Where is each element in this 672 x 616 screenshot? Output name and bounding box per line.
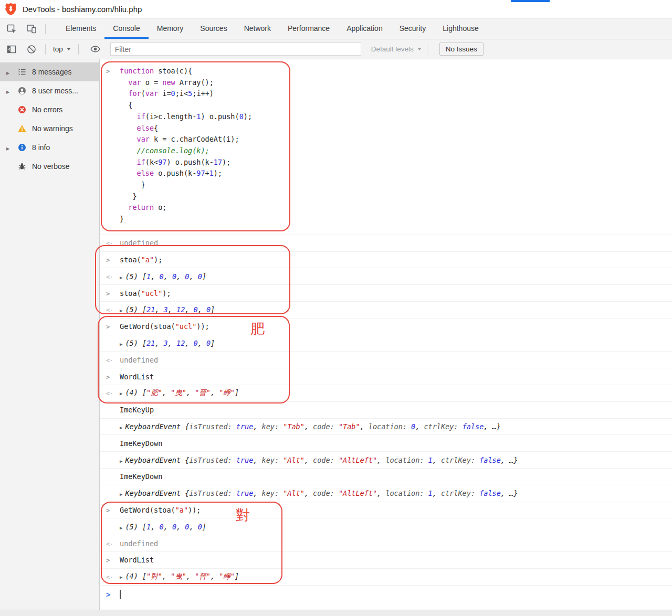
inspect-element-button[interactable] — [3, 19, 20, 39]
console-entry-text: ImeKeyUp — [120, 406, 154, 414]
code-line: for(var i=0;i<5;i++) — [120, 88, 672, 100]
code-line: if(k<97) o.push(k-17); — [120, 157, 672, 168]
console-entry-text: (5) [1, 0, 0, 0, 0] — [120, 272, 206, 281]
console-toolbar: top Default levels No Issues — [0, 39, 672, 59]
console-entry-text: GetWord(stoa("ucl")); — [120, 322, 209, 331]
log-levels-label: Default levels — [371, 45, 414, 53]
expand-triangle-icon[interactable] — [120, 572, 122, 580]
console-rows: function stoa(c){ var o = new Array(); f… — [100, 59, 672, 603]
title-bar: DevTools - boshiamy.com/hliu.php — [0, 0, 672, 19]
window-title: DevTools - boshiamy.com/hliu.php — [23, 5, 142, 14]
console-entry-text: WordList — [120, 373, 154, 381]
console-entry-text: (4) ["對", "曳", "晉", "崢"] — [120, 572, 239, 581]
console-entry-log: ImeKeyUp — [100, 402, 672, 419]
sidebar-item-8-user-mess-[interactable]: 8 user mess... — [0, 81, 99, 100]
sidebar-item-no-errors[interactable]: No errors — [0, 100, 99, 119]
sidebar-item-no-verbose[interactable]: No verbose — [0, 157, 99, 176]
sidebar-item-no-warnings[interactable]: No warnings — [0, 119, 99, 138]
code-line: } — [120, 179, 672, 191]
input-chevron-icon — [106, 556, 110, 564]
toolbar-separator — [78, 44, 79, 55]
console-entry-result: (4) ["對", "曳", "晉", "崢"] — [100, 569, 672, 586]
log-levels-selector[interactable]: Default levels — [371, 45, 422, 53]
clear-console-button[interactable] — [23, 44, 40, 55]
code-line: else o.push(k-97+1); — [120, 168, 672, 179]
return-value-icon — [106, 539, 112, 548]
expand-triangle-icon[interactable] — [6, 68, 15, 76]
context-selector-label: top — [53, 45, 63, 53]
tab-memory[interactable]: Memory — [149, 19, 192, 39]
console-entry-log: ImeKeyDown — [100, 435, 672, 452]
return-value-icon — [106, 389, 112, 397]
tab-performance[interactable]: Performance — [279, 19, 338, 39]
console-entry-text: WordList — [120, 556, 154, 564]
expand-triangle-icon[interactable] — [6, 87, 15, 95]
console-entry-text: KeyboardEvent {isTrusted: true, key: "Ta… — [120, 422, 501, 431]
filter-input[interactable] — [110, 43, 361, 56]
console-entry-log: KeyboardEvent {isTrusted: true, key: "Ta… — [100, 419, 672, 436]
inspect-cursor-icon — [6, 24, 17, 34]
tab-console[interactable]: Console — [104, 19, 148, 39]
no-issues-button[interactable]: No Issues — [439, 43, 484, 56]
expand-triangle-icon[interactable] — [120, 272, 122, 281]
tab-security[interactable]: Security — [391, 19, 435, 39]
code-line: else{ — [120, 123, 672, 134]
eye-icon — [90, 44, 101, 55]
console-entry-input: GetWord(stoa("a")); — [100, 502, 672, 519]
expand-triangle-icon[interactable] — [120, 339, 122, 347]
sidebar-item-label: 8 info — [32, 143, 50, 152]
prompt-chevron-icon — [106, 590, 110, 599]
chevron-down-icon — [67, 48, 71, 50]
code-line: function stoa(c){ — [120, 66, 672, 77]
expand-triangle-icon[interactable] — [120, 489, 122, 497]
code-line: } — [120, 191, 672, 203]
panel-tab-bar: ElementsConsoleMemorySourcesNetworkPerfo… — [0, 19, 672, 39]
console-sidebar-toggle-button[interactable] — [3, 44, 20, 55]
expand-triangle-icon[interactable] — [120, 456, 122, 464]
console-entry-text: stoa("a"); — [120, 256, 162, 264]
expand-triangle-icon[interactable] — [120, 305, 122, 314]
console-entry-text: KeyboardEvent {isTrusted: true, key: "Al… — [120, 489, 518, 497]
device-toolbar-icon — [26, 24, 37, 34]
console-entry-result: undefined — [100, 235, 672, 252]
drawer-strip — [0, 610, 672, 616]
code-line: var k = c.charCodeAt(i); — [120, 134, 672, 145]
return-value-icon — [106, 572, 112, 581]
expand-triangle-icon[interactable] — [120, 422, 122, 431]
expand-triangle-icon[interactable] — [6, 143, 15, 152]
expand-triangle-icon[interactable] — [120, 523, 122, 531]
clear-console-icon — [26, 44, 37, 55]
console-entry-code: function stoa(c){ var o = new Array(); f… — [100, 59, 672, 235]
sidebar-item-8-messages[interactable]: 8 messages — [0, 62, 99, 81]
tab-sources[interactable]: Sources — [192, 19, 235, 39]
code-line: { — [120, 100, 672, 111]
toolbar-separator — [45, 44, 46, 55]
input-chevron-icon — [106, 373, 110, 381]
console-entry-result: (5) [21, 3, 12, 0, 0] — [100, 302, 672, 318]
tab-elements[interactable]: Elements — [57, 19, 104, 39]
error-icon — [18, 105, 27, 114]
tab-lighthouse[interactable]: Lighthouse — [434, 19, 487, 39]
expand-triangle-icon[interactable] — [120, 388, 122, 397]
console-entry-log: ImeKeyDown — [100, 469, 672, 485]
tab-network[interactable]: Network — [236, 19, 279, 39]
console-messages: function stoa(c){ var o = new Array(); f… — [100, 59, 672, 610]
console-entry-log: KeyboardEvent {isTrusted: true, key: "Al… — [100, 485, 672, 502]
live-expression-button[interactable] — [87, 44, 104, 55]
brave-icon — [5, 3, 17, 16]
device-toolbar-button[interactable] — [23, 19, 40, 39]
bug-icon — [18, 162, 27, 171]
console-main: 8 messages8 user mess...No errorsNo warn… — [0, 59, 672, 610]
input-chevron-icon — [106, 289, 110, 298]
console-sidebar: 8 messages8 user mess...No errorsNo warn… — [0, 59, 100, 610]
tab-application[interactable]: Application — [338, 19, 391, 39]
console-entry-result: undefined — [100, 352, 672, 368]
sidebar-item-8-info[interactable]: 8 info — [0, 138, 99, 157]
console-entry-input: stoa("ucl"); — [100, 285, 672, 302]
input-chevron-icon — [106, 256, 110, 264]
console-entry-text: KeyboardEvent {isTrusted: true, key: "Al… — [120, 456, 518, 464]
chevron-down-icon — [417, 48, 422, 50]
console-entry-prompt[interactable] — [100, 586, 672, 603]
console-entry-text: (5) [21, 3, 12, 0, 0] — [120, 305, 215, 314]
context-selector[interactable]: top — [51, 45, 73, 53]
